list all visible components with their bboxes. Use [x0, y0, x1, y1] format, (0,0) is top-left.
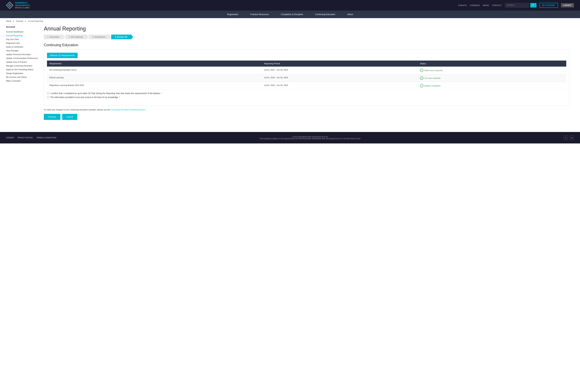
search-area: 🔍 — [505, 3, 537, 7]
linkedin-icon[interactable]: in — [570, 135, 574, 140]
nav-news[interactable]: NEWS — [483, 4, 489, 6]
search-input[interactable] — [505, 3, 529, 7]
sidebar-item-annual-reporting[interactable]: Annual Reporting — [6, 34, 39, 37]
nav-registration[interactable]: Registration — [221, 11, 245, 18]
top-navigation: ENGINEERS & GEOSCIENTISTS BRITISH COLUMB… — [0, 0, 580, 10]
req-period-2: Jul 01, 2023 - Jun 30, 2024 — [262, 74, 418, 82]
confirmation-area: I confirm that I completed an up-to-date… — [47, 90, 566, 102]
status-badge-2: 1/1 hours reported — [420, 76, 564, 80]
nav-events[interactable]: EVENTS — [458, 4, 467, 6]
req-name-1: 60 Continuing Education Hours — [47, 67, 262, 74]
req-name-2: Ethical Learning — [47, 74, 262, 82]
confirm-row-1: I confirm that I completed an up-to-date… — [47, 92, 566, 95]
req-period-3: Jul 01, 2023 - Jun 30, 2024 — [262, 82, 418, 90]
my-account-button[interactable]: MY ACCOUNT — [540, 3, 558, 8]
req-status-3: Module completed — [418, 82, 566, 90]
logo-text: ENGINEERS & GEOSCIENTISTS BRITISH COLUMB… — [15, 2, 30, 9]
previous-button[interactable]: Previous — [44, 114, 60, 120]
svg-rect-1 — [7, 3, 12, 7]
ce-reporting-system-link[interactable]: Continuing Education Reporting System — [111, 109, 145, 111]
sidebar-item-pay-fees[interactable]: Pay Your Fees — [6, 37, 39, 41]
nav-practice-resources[interactable]: Practice Resources — [244, 11, 275, 18]
org-name: ENGINEERS & GEOSCIENTISTS — [15, 2, 30, 7]
col-requirement: Requirement — [47, 61, 262, 67]
col-status: Status — [418, 61, 566, 67]
confirm-checkbox-2[interactable] — [47, 96, 49, 98]
footer-terms[interactable]: TERMS & CONDITIONS — [36, 137, 56, 139]
req-status-2: 1/1 hours reported — [418, 74, 566, 82]
sidebar-item-donation[interactable]: Make a Donation — [6, 79, 39, 83]
step-3: 3. Declarations — [89, 35, 111, 39]
confirm-row-2: The information provided is true and cor… — [47, 96, 566, 99]
sidebar-item-update-area[interactable]: Update Area of Practice — [6, 60, 39, 64]
table-row: Regulatory Learning Module 2023-2024 Jul… — [47, 82, 566, 90]
footer-center: © 2023 ENGINEERS AND GEOSCIENTISTS BC "T… — [259, 136, 361, 139]
footer-privacy[interactable]: PRIVACY NOTICE — [18, 137, 33, 139]
svg-rect-2 — [8, 4, 11, 6]
page-layout: Account Account Dashboard Annual Reporti… — [0, 24, 580, 126]
sidebar-item-courses-videos[interactable]: My Courses and Videos — [6, 75, 39, 79]
sidebar: Account Account Dashboard Annual Reporti… — [6, 24, 39, 126]
refresh-ce-button[interactable]: Refresh CE Requirements — [47, 53, 78, 58]
logout-button[interactable]: LOGOUT — [561, 3, 574, 7]
main-content: Annual Reporting 1. Information 2. EDI (… — [39, 24, 574, 126]
step-2: 2. EDI (optional) — [65, 35, 89, 39]
logo-icon — [6, 2, 13, 9]
footer-social: 𝕏 in — [564, 135, 574, 140]
status-badge-3: Module completed — [420, 84, 564, 87]
sidebar-item-update-communication[interactable]: Update Communication Preferences — [6, 56, 39, 60]
breadcrumb-current: Annual Reporting — [28, 20, 43, 22]
main-navigation: Registration Practice Resources Complain… — [0, 10, 580, 18]
logo[interactable]: ENGINEERS & GEOSCIENTISTS BRITISH COLUMB… — [6, 2, 30, 9]
nav-contact[interactable]: CONTACT — [492, 4, 502, 6]
table-row: Ethical Learning Jul 01, 2023 - Jun 30, … — [47, 74, 566, 82]
req-name-3: Regulatory Learning Module 2023-2024 — [47, 82, 262, 90]
sidebar-item-update-personal[interactable]: Update Personal Information — [6, 53, 39, 56]
sidebar-item-view-receipts[interactable]: View Receipts — [6, 49, 39, 53]
top-nav-links: EVENTS CAREERS NEWS CONTACT 🔍 MY ACCOUNT… — [458, 3, 574, 8]
stepper: 1. Information 2. EDI (optional) 3. Decl… — [44, 35, 570, 39]
org-sub: BRITISH COLUMBIA — [15, 7, 30, 9]
status-badge-1: 60/60 hours reported — [420, 69, 564, 72]
sidebar-item-registrant-card[interactable]: Registrant Card — [6, 41, 39, 45]
sidebar-title: Account — [6, 25, 39, 28]
page-title: Annual Reporting — [44, 25, 570, 32]
footer-tagline: "THE BUSINESS NAME OF THE ASSOCIATION OF… — [259, 138, 361, 139]
sidebar-item-non-practising[interactable]: Apply for Non-Practising Status — [6, 68, 39, 71]
step-4: 4. Declare CE — [111, 35, 133, 39]
nav-complaints[interactable]: Complaints & Discipline — [275, 11, 309, 18]
submit-button[interactable]: Submit — [62, 114, 77, 120]
sidebar-item-seals-certificates[interactable]: Seals & Certificates — [6, 45, 39, 49]
nav-careers[interactable]: CAREERS — [470, 4, 480, 6]
sidebar-item-resign[interactable]: Resign Registration — [6, 71, 39, 75]
nav-about[interactable]: About — [341, 11, 359, 18]
breadcrumb-account[interactable]: Account — [16, 20, 23, 22]
sidebar-item-account-dashboard[interactable]: Account Dashboard — [6, 30, 39, 34]
sidebar-item-manage-ce[interactable]: Manage Continuing Education — [6, 64, 39, 68]
twitter-icon[interactable]: 𝕏 — [564, 135, 568, 140]
table-header-row: Requirement Reporting Period Status — [47, 61, 566, 67]
req-status-1: 60/60 hours reported — [418, 67, 566, 74]
confirm-label-2: The information provided is true and cor… — [50, 96, 120, 99]
footer-sitemap[interactable]: SITEMAP — [6, 137, 14, 139]
footer: SITEMAP PRIVACY NOTICE TERMS & CONDITION… — [0, 132, 580, 143]
action-buttons: Previous Submit — [44, 114, 570, 120]
ce-requirements-box: Refresh CE Requirements Requirement Repo… — [44, 49, 570, 106]
step-1: 1. Information — [44, 35, 65, 39]
table-row: 60 Continuing Education Hours Jul 01, 20… — [47, 67, 566, 74]
ce-notice: To make any changes to your continuing e… — [44, 109, 570, 111]
svg-rect-0 — [6, 2, 13, 8]
search-button[interactable]: 🔍 — [530, 3, 537, 7]
confirm-checkbox-1[interactable] — [47, 92, 49, 94]
breadcrumb-home[interactable]: Home — [6, 20, 11, 22]
col-period: Reporting Period — [262, 61, 418, 67]
section-title: Continuing Education — [44, 43, 570, 47]
nav-continuing-education[interactable]: Continuing Education — [309, 11, 341, 18]
footer-links: SITEMAP PRIVACY NOTICE TERMS & CONDITION… — [6, 137, 56, 139]
footer-copyright: © 2023 ENGINEERS AND GEOSCIENTISTS BC — [259, 136, 361, 138]
confirm-label-1: I confirm that I completed an up-to-date… — [50, 92, 162, 95]
breadcrumb: Home ► Account ► Annual Reporting — [0, 18, 580, 24]
req-period-1: Jul 01, 2021 - Jun 30, 2024 — [262, 67, 418, 74]
ce-requirements-table: Requirement Reporting Period Status 60 C… — [47, 61, 566, 90]
